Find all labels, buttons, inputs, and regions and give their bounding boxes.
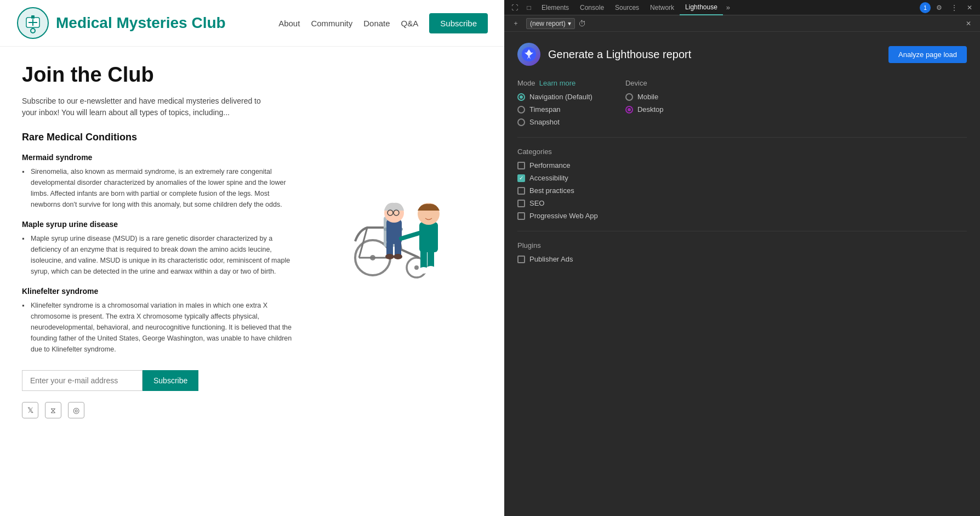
more-tabs-icon[interactable]: » (723, 3, 733, 12)
condition-title-0: Mermaid syndrome (22, 153, 296, 162)
svg-rect-2 (31, 15, 35, 19)
nav-about[interactable]: About (278, 19, 300, 28)
condition-title-2: Klinefelter syndrome (22, 287, 296, 296)
nav-community[interactable]: Community (311, 19, 352, 28)
mode-timespan[interactable]: Timespan (517, 105, 592, 114)
twitter-icon[interactable]: 𝕏 (22, 402, 38, 418)
mode-navigation-radio[interactable] (517, 93, 525, 101)
devtools-bar2: + (new report) ▾ ⏱ ✕ (504, 15, 980, 32)
website-panel: Medical Mysteries Club About Community D… (0, 0, 504, 516)
tab-sources[interactable]: Sources (609, 0, 645, 15)
category-seo[interactable]: SEO (517, 199, 967, 207)
instagram-icon[interactable]: ◎ (68, 402, 84, 418)
condition-text-0: Sirenomelia, also known as mermaid syndr… (22, 166, 296, 210)
new-report-select[interactable]: (new report) ▾ (526, 18, 575, 29)
category-performance-checkbox[interactable] (517, 162, 525, 169)
close-devtools-icon[interactable]: ✕ (962, 1, 977, 15)
learn-more-link[interactable]: Learn more (539, 79, 576, 87)
category-best-practices-checkbox[interactable] (517, 187, 525, 195)
category-seo-checkbox[interactable] (517, 200, 525, 207)
content-row: Rare Medical Conditions Mermaid syndrome… (22, 132, 482, 418)
nav-qa[interactable]: Q&A (401, 19, 419, 28)
form-subscribe-button[interactable]: Subscribe (143, 370, 198, 391)
svg-rect-15 (386, 219, 402, 244)
add-report-icon[interactable]: + (509, 16, 523, 31)
condition-title-1: Maple syrup urine disease (22, 220, 296, 229)
vertical-dots-icon[interactable]: ⋮ (947, 1, 961, 15)
plugins-section: Plugins Publisher Ads (517, 241, 967, 263)
site-title: Medical Mysteries Club (56, 14, 226, 32)
mode-device-section: Mode Learn more Navigation (Default) Tim… (517, 79, 967, 126)
nav-donate[interactable]: Donate (363, 19, 390, 28)
device-toolbar-icon[interactable]: ⛶ (508, 1, 522, 15)
right-column (307, 132, 482, 287)
plugin-publisher-ads[interactable]: Publisher Ads (517, 255, 967, 263)
lighthouse-logo (517, 43, 540, 66)
svg-rect-24 (419, 222, 438, 252)
mode-timespan-radio[interactable] (517, 106, 525, 114)
svg-point-19 (394, 254, 402, 259)
svg-line-29 (401, 233, 419, 239)
categories-checkbox-group: Performance ✓ Accessibility Best practic… (517, 161, 967, 220)
social-icons: 𝕏 ⧖ ◎ (22, 402, 296, 418)
nav-bar: Medical Mysteries Club About Community D… (0, 0, 504, 47)
history-icon[interactable]: ⏱ (578, 19, 586, 28)
hero-illustration (307, 132, 482, 285)
mode-device-row: Mode Learn more Navigation (Default) Tim… (517, 79, 967, 126)
email-input[interactable] (22, 370, 143, 391)
device-column: Device Mobile Desktop (625, 79, 664, 126)
badge-count: 1 (920, 2, 931, 13)
tab-lighthouse[interactable]: Lighthouse (680, 0, 723, 15)
tab-console[interactable]: Console (574, 0, 609, 15)
svg-point-18 (385, 254, 394, 259)
device-label: Device (625, 79, 664, 87)
nav-links: About Community Donate Q&A Subscribe (278, 13, 488, 33)
lighthouse-panel: Generate a Lighthouse report Analyze pag… (504, 32, 980, 516)
category-performance[interactable]: Performance (517, 161, 967, 169)
category-pwa-checkbox[interactable] (517, 212, 525, 220)
condition-text-2: Klinefelter syndrome is a chromosomal va… (22, 300, 296, 355)
plugins-label: Plugins (517, 241, 967, 250)
category-accessibility[interactable]: ✓ Accessibility (517, 174, 967, 182)
mode-snapshot-radio[interactable] (517, 118, 525, 126)
categories-label: Categories (517, 148, 967, 156)
category-best-practices[interactable]: Best practices (517, 186, 967, 195)
svg-point-10 (414, 265, 419, 270)
analyze-page-load-button[interactable]: Analyze page load (888, 46, 967, 63)
tab-network[interactable]: Network (645, 0, 680, 15)
main-content: Join the Club Subscribe to our e-newslet… (0, 47, 504, 435)
rare-conditions-title: Rare Medical Conditions (22, 132, 296, 143)
close-panel-icon[interactable]: ✕ (961, 16, 976, 31)
devtools-right-icons: 1 ⚙ ⋮ ✕ (920, 1, 977, 15)
twitch-icon[interactable]: ⧖ (45, 402, 61, 418)
mode-label: Mode Learn more (517, 79, 592, 87)
lighthouse-header: Generate a Lighthouse report Analyze pag… (517, 43, 967, 66)
device-radio-group: Mobile Desktop (625, 93, 664, 114)
category-accessibility-checkbox[interactable]: ✓ (517, 174, 525, 182)
svg-point-6 (31, 29, 35, 32)
intro-text: Subscribe to our e-newsletter and have m… (22, 95, 263, 118)
device-mobile[interactable]: Mobile (625, 93, 664, 101)
devtools-panel: ⛶ □ Elements Console Sources Network Lig… (504, 0, 980, 516)
device-mobile-radio[interactable] (625, 93, 633, 101)
left-column: Rare Medical Conditions Mermaid syndrome… (22, 132, 296, 418)
email-form: Subscribe (22, 370, 296, 391)
dropdown-arrow: ▾ (568, 20, 571, 27)
lh-title-row: Generate a Lighthouse report (517, 43, 691, 66)
site-logo (16, 7, 49, 39)
categories-section: Categories Performance ✓ Accessibility B… (517, 148, 967, 220)
inspect-icon[interactable]: □ (522, 1, 536, 15)
svg-point-28 (426, 266, 436, 273)
mode-radio-group: Navigation (Default) Timespan Snapshot (517, 93, 592, 126)
tab-elements[interactable]: Elements (536, 0, 574, 15)
settings-icon[interactable]: ⚙ (932, 1, 946, 15)
divider-1 (517, 137, 967, 138)
device-desktop[interactable]: Desktop (625, 105, 664, 114)
category-pwa[interactable]: Progressive Web App (517, 212, 967, 220)
mode-navigation[interactable]: Navigation (Default) (517, 93, 592, 101)
device-desktop-radio[interactable] (625, 106, 633, 114)
mode-snapshot[interactable]: Snapshot (517, 118, 592, 126)
mode-column: Mode Learn more Navigation (Default) Tim… (517, 79, 592, 126)
plugin-publisher-ads-checkbox[interactable] (517, 256, 525, 263)
nav-subscribe-button[interactable]: Subscribe (429, 13, 488, 33)
